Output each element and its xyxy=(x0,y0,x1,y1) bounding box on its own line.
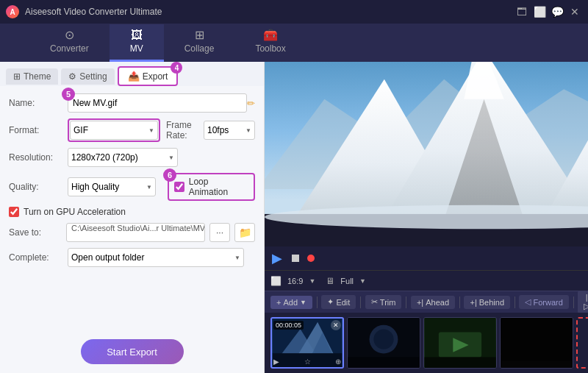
backward-button[interactable]: |▷ Backward xyxy=(578,291,588,313)
trim-button[interactable]: ✂ Trim xyxy=(365,295,402,309)
clip-close-1[interactable]: ✕ xyxy=(331,320,341,330)
clip-more-icon-1[interactable]: ⊕ xyxy=(335,358,341,366)
subtab-export-label: Export xyxy=(143,71,168,82)
resolution-select-container: 1280x720 (720p) 1920x1080 (1080p) 854x48… xyxy=(68,148,178,167)
toolbox-icon: 🧰 xyxy=(263,28,278,42)
close-button[interactable]: ✕ xyxy=(567,6,582,18)
save-row: Save to: C:\Aiseesoft Studio\Ai...r Ulti… xyxy=(9,223,255,242)
svg-rect-17 xyxy=(348,357,419,368)
export-icon: 📤 xyxy=(128,71,140,82)
gpu-checkbox[interactable] xyxy=(9,207,19,217)
ratio-value: 16:9 xyxy=(287,277,303,285)
complete-select-container: Open output folder Do nothing Shut down xyxy=(68,248,244,267)
quality-select-container: High Quality Medium Quality Low Quality xyxy=(68,177,156,196)
subtab-setting-label: Setting xyxy=(79,71,107,82)
format-select-wrapper: GIF MP4 AVI MOV xyxy=(68,118,160,142)
video-preview: Aiseesoft xyxy=(265,62,588,246)
format-select[interactable]: GIF MP4 AVI MOV xyxy=(70,121,158,140)
help-button[interactable]: 💬 xyxy=(550,6,564,18)
subtab-setting[interactable]: ⚙ Setting xyxy=(61,68,114,85)
quality-select[interactable]: High Quality Medium Quality Low Quality xyxy=(68,177,156,196)
thumb-bg-3 xyxy=(424,318,496,368)
film-clip-4[interactable] xyxy=(500,317,573,369)
video-frame xyxy=(265,62,588,246)
filmstrip: 00:00:05 ✕ ▶ ☆ ⊕ xyxy=(265,313,588,373)
tab-converter-label: Converter xyxy=(50,43,89,54)
thumb-bottom-1: ▶ ☆ ⊕ xyxy=(273,358,341,366)
stop-button[interactable]: ⏹ xyxy=(288,250,303,266)
resolution-row: Resolution: 1280x720 (720p) 1920x1080 (1… xyxy=(9,148,255,167)
step-badge-5: 5 xyxy=(62,88,75,101)
monitor-icon: 🖥 xyxy=(326,276,334,286)
main-content: ⊞ Theme ⚙ Setting 4 📤 Export Name: 5 xyxy=(0,62,588,373)
svg-rect-22 xyxy=(501,318,572,368)
tab-collage-label: Collage xyxy=(184,43,215,54)
resolution-select[interactable]: 1280x720 (720p) 1920x1080 (1080p) 854x48… xyxy=(68,148,178,167)
complete-label: Complete: xyxy=(9,252,62,263)
complete-select[interactable]: Open output folder Do nothing Shut down xyxy=(68,248,244,267)
tab-converter[interactable]: ⊙ Converter xyxy=(29,24,110,62)
more-options-button[interactable]: ··· xyxy=(209,223,230,242)
window-controls: 🗔 ⬜ 💬 ✕ xyxy=(514,6,582,18)
tab-toolbox-label: Toolbox xyxy=(255,43,285,54)
save-label: Save to: xyxy=(9,227,62,238)
complete-row: Complete: Open output folder Do nothing … xyxy=(9,248,255,267)
browse-folder-button[interactable]: 📁 xyxy=(234,223,255,242)
svg-rect-23 xyxy=(501,360,572,368)
play-button[interactable]: ▶ xyxy=(270,249,284,268)
tab-collage[interactable]: ⊞ Collage xyxy=(164,24,235,62)
backward-icon: |▷ xyxy=(584,293,588,311)
thumb-bg-2 xyxy=(348,318,420,368)
name-row: Name: 5 ✏ xyxy=(9,93,255,113)
start-export-button-left[interactable]: Start Export xyxy=(81,339,184,364)
title-bar: A Aiseesoft Video Converter Ultimate 🗔 ⬜… xyxy=(0,0,588,24)
name-input[interactable] xyxy=(68,93,247,113)
gpu-label: Turn on GPU Acceleration xyxy=(24,207,126,217)
left-panel: ⊞ Theme ⚙ Setting 4 📤 Export Name: 5 xyxy=(0,62,265,373)
behind-button[interactable]: +| Behind xyxy=(464,296,510,309)
clip-star-icon-1[interactable]: ☆ xyxy=(304,358,311,366)
fps-select-container: 10fps 15fps 24fps 30fps xyxy=(204,121,255,140)
add-button[interactable]: + Add ▼ xyxy=(270,296,312,309)
right-panel: Aiseesoft ▶ ⏹ 00:00:00.00/00:01:40.16 🔊 … xyxy=(265,62,588,373)
scissors-icon: ✂ xyxy=(371,297,378,307)
sub-tabs: ⊞ Theme ⚙ Setting 4 📤 Export xyxy=(0,62,264,86)
video-controls-row1: ▶ ⏹ 00:00:00.00/00:01:40.16 🔊 xyxy=(265,246,588,270)
tab-toolbox[interactable]: 🧰 Toolbox xyxy=(234,24,306,62)
fps-select[interactable]: 10fps 15fps 24fps 30fps xyxy=(204,121,255,140)
app-icon: A xyxy=(6,5,19,18)
quality-row: Quality: High Quality Medium Quality Low… xyxy=(9,173,255,201)
subtab-theme[interactable]: ⊞ Theme xyxy=(6,68,58,85)
format-label: Format: xyxy=(9,125,62,135)
form-area: Name: 5 ✏ Format: GIF MP4 AVI MO xyxy=(0,86,264,330)
tab-mv[interactable]: 🖼 MV xyxy=(110,24,164,62)
edit-name-icon[interactable]: ✏ xyxy=(247,98,255,109)
forward-button[interactable]: ◁ Forward xyxy=(519,295,568,309)
name-input-wrapper: 5 ✏ xyxy=(68,93,255,113)
setting-gear-icon: ⚙ xyxy=(68,71,76,82)
export-tab-wrapper: 4 📤 Export xyxy=(118,66,179,86)
converter-icon: ⊙ xyxy=(65,28,74,42)
film-clip-1[interactable]: 00:00:05 ✕ ▶ ☆ ⊕ xyxy=(270,317,344,369)
subtab-export[interactable]: 📤 Export xyxy=(118,66,179,86)
ahead-button[interactable]: +| Ahead xyxy=(411,296,455,309)
plus-icon: + xyxy=(276,298,281,307)
step-badge-6: 6 xyxy=(163,168,176,182)
thumb-bg-4 xyxy=(501,318,573,368)
collage-icon: ⊞ xyxy=(195,28,204,42)
edit-button[interactable]: ✦ Edit xyxy=(321,295,356,309)
forward-icon: ◁ xyxy=(525,297,531,307)
step-badge-4: 4 xyxy=(171,62,182,74)
save-path-display: C:\Aiseesoft Studio\Ai...r Ultimate\MV E… xyxy=(66,223,205,242)
clip-play-icon-1[interactable]: ▶ xyxy=(273,358,279,366)
minimize-button[interactable]: 🗔 xyxy=(514,6,529,18)
loop-checkbox[interactable] xyxy=(174,182,184,192)
resolution-label: Resolution: xyxy=(9,152,62,163)
maximize-button[interactable]: ⬜ xyxy=(532,6,547,18)
thumb-overlay-1: 00:00:05 ✕ xyxy=(273,320,341,330)
film-clip-2[interactable] xyxy=(347,317,420,369)
frame-rate-label: Frame Rate: xyxy=(166,120,198,141)
film-clip-3[interactable] xyxy=(423,317,497,369)
add-clip-button[interactable]: + xyxy=(576,317,588,369)
loop-checkbox-wrapper: 6 Loop Animation xyxy=(168,173,255,201)
